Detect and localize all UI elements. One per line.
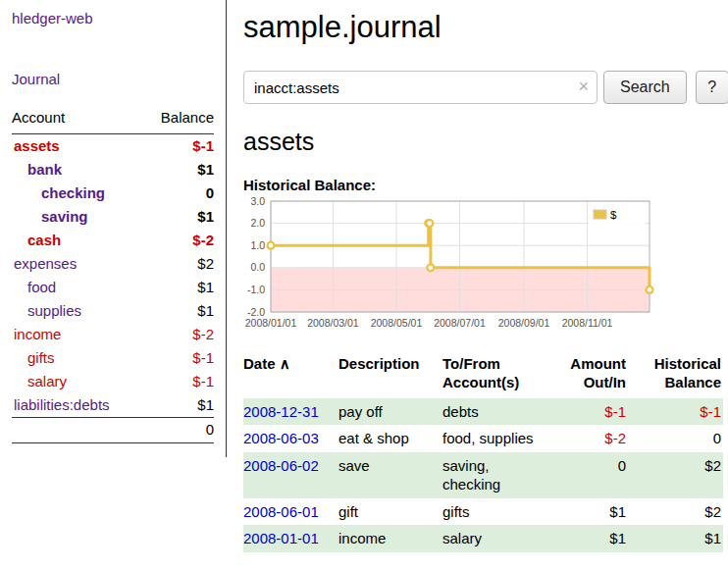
transaction-balance: $-1 — [628, 398, 723, 426]
account-row-checking: checking 0 — [12, 182, 214, 205]
account-row-food: food $1 — [12, 276, 214, 299]
transaction-accounts: debts — [442, 398, 546, 426]
transaction-balance: 0 — [628, 425, 723, 452]
register-row: 2008-12-31 pay off debts $-1 $-1 — [243, 398, 723, 426]
help-button[interactable]: ? — [696, 71, 728, 104]
account-link-cash[interactable]: cash — [27, 232, 61, 248]
account-link-liabilities-debts[interactable]: liabilities:debts — [14, 396, 110, 413]
transaction-description: save — [338, 452, 442, 498]
register-header-account: To/From Account(s) — [442, 355, 546, 398]
svg-text:3.0: 3.0 — [250, 195, 265, 207]
transaction-amount: $-1 — [546, 398, 628, 426]
account-balance-saving: $1 — [142, 205, 214, 229]
search-button[interactable]: Search — [603, 71, 687, 104]
account-balance-gifts: $-1 — [142, 346, 214, 370]
account-balance-salary: $-1 — [142, 370, 214, 393]
transaction-accounts: food, supplies — [442, 425, 546, 452]
transaction-date-link[interactable]: 2008-06-02 — [243, 457, 319, 474]
transaction-date-link[interactable]: 2008-06-01 — [243, 503, 319, 520]
account-balance-income: $-2 — [142, 323, 214, 346]
historical-balance-chart: 3.02.01.00.0-1.0-2.02008/01/012008/03/01… — [243, 196, 728, 345]
chart-title: Historical Balance: — [243, 177, 728, 193]
sidebar: hledger-web Journal Account Balance asse… — [0, 0, 227, 457]
account-link-salary[interactable]: salary — [27, 373, 67, 389]
register-header-row: Date ∧ Description To/From Account(s) Am… — [243, 355, 723, 398]
app-root: hledger-web Journal Account Balance asse… — [0, 0, 728, 552]
account-row-expenses: expenses $2 — [12, 252, 214, 276]
transaction-date-link[interactable]: 2008-12-31 — [243, 403, 319, 420]
transaction-amount: $1 — [546, 498, 628, 526]
svg-text:2.0: 2.0 — [250, 217, 265, 229]
transaction-accounts: gifts — [442, 498, 546, 526]
account-balance-cash: $-2 — [142, 229, 214, 252]
account-balance-checking: 0 — [142, 182, 214, 205]
transaction-amount: $1 — [546, 525, 628, 552]
search-bar: × Search ? — [243, 71, 728, 104]
register-header-date[interactable]: Date ∧ — [243, 355, 338, 398]
svg-text:2008/05/01: 2008/05/01 — [371, 317, 423, 329]
register-row: 2008-06-02 save saving, checking 0 $2 — [243, 452, 723, 498]
account-link-assets[interactable]: assets — [14, 137, 60, 154]
account-balance-supplies: $1 — [142, 299, 214, 323]
clear-search-icon[interactable]: × — [578, 77, 589, 96]
register-header-description: Description — [338, 355, 442, 398]
svg-text:2008/01/01: 2008/01/01 — [245, 317, 297, 329]
transaction-date-link[interactable]: 2008-01-01 — [243, 530, 319, 546]
account-row-liabilities-debts: liabilities:debts $1 — [12, 393, 214, 418]
transaction-date-link[interactable]: 2008-06-03 — [243, 430, 319, 446]
transaction-description: eat & shop — [338, 425, 442, 452]
account-row-cash: cash $-2 — [12, 229, 214, 252]
transaction-amount: 0 — [546, 452, 628, 498]
svg-text:$: $ — [610, 209, 617, 221]
account-heading: assets — [243, 128, 728, 156]
account-link-checking[interactable]: checking — [41, 184, 105, 201]
account-link-gifts[interactable]: gifts — [27, 349, 55, 366]
account-link-bank[interactable]: bank — [27, 161, 62, 178]
account-balance-liabilities-debts: $1 — [142, 393, 214, 418]
search-box: × — [243, 71, 598, 104]
svg-text:0.0: 0.0 — [250, 261, 265, 273]
transaction-description: income — [338, 525, 442, 552]
sidebar-item-journal[interactable]: Journal — [12, 71, 214, 87]
account-balance-food: $1 — [142, 276, 214, 299]
account-row-assets: assets $-1 — [12, 134, 214, 159]
account-link-income[interactable]: income — [14, 326, 61, 342]
accounts-total-value: 0 — [142, 418, 214, 443]
app-title-link[interactable]: hledger-web — [12, 10, 214, 26]
svg-text:1.0: 1.0 — [250, 239, 265, 251]
register-table: Date ∧ Description To/From Account(s) Am… — [243, 355, 723, 552]
accounts-table: Account Balance assets $-1 bank $1 check… — [12, 105, 214, 443]
account-link-saving[interactable]: saving — [41, 208, 88, 225]
register-header-amount: Amount Out/In — [546, 355, 628, 398]
transaction-description: gift — [338, 498, 442, 526]
accounts-header-balance: Balance — [142, 105, 214, 134]
transaction-accounts: saving, checking — [442, 452, 546, 498]
transaction-accounts: salary — [442, 525, 546, 552]
svg-text:2008/11/01: 2008/11/01 — [562, 317, 613, 329]
chart-container: 3.02.01.00.0-1.0-2.02008/01/012008/03/01… — [243, 196, 728, 345]
account-row-saving: saving $1 — [12, 205, 214, 229]
register-header-balance: Historical Balance — [628, 355, 723, 398]
accounts-header-row: Account Balance — [12, 105, 214, 134]
account-balance-bank: $1 — [142, 158, 214, 182]
accounts-total-row: 0 — [12, 418, 214, 443]
account-link-food[interactable]: food — [27, 279, 56, 295]
register-row: 2008-01-01 income salary $1 $1 — [243, 525, 723, 552]
register-row: 2008-06-01 gift gifts $1 $2 — [243, 498, 723, 526]
account-link-supplies[interactable]: supplies — [27, 302, 81, 319]
date-header-label: Date — [243, 355, 276, 372]
account-row-bank: bank $1 — [12, 158, 214, 182]
account-balance-assets: $-1 — [142, 134, 214, 159]
account-row-gifts: gifts $-1 — [12, 346, 214, 370]
sort-ascending-icon: ∧ — [280, 355, 290, 372]
svg-text:2008/09/01: 2008/09/01 — [498, 317, 550, 329]
account-link-expenses[interactable]: expenses — [14, 255, 77, 272]
svg-text:2008/07/01: 2008/07/01 — [434, 317, 486, 329]
register-row: 2008-06-03 eat & shop food, supplies $-2… — [243, 425, 723, 452]
accounts-header-account: Account — [12, 105, 142, 134]
account-balance-expenses: $2 — [142, 252, 214, 276]
svg-text:-1.0: -1.0 — [247, 284, 265, 295]
search-input[interactable] — [243, 71, 598, 104]
account-row-supplies: supplies $1 — [12, 299, 214, 323]
transaction-amount: $-2 — [546, 425, 628, 452]
